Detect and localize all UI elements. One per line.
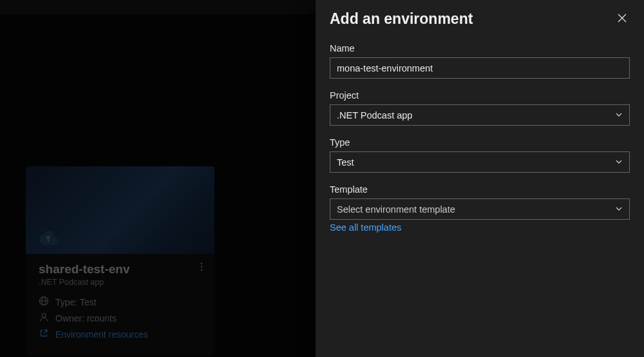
close-button[interactable] xyxy=(614,10,630,28)
type-select-value: Test xyxy=(337,157,354,168)
type-label: Type xyxy=(330,137,630,148)
template-select[interactable]: Select environment template xyxy=(330,198,630,220)
project-select[interactable]: .NET Podcast app xyxy=(330,104,630,126)
chevron-down-icon xyxy=(615,157,623,168)
see-all-templates-link[interactable]: See all templates xyxy=(330,222,401,233)
name-input[interactable] xyxy=(330,57,630,79)
dim-overlay xyxy=(0,0,316,357)
template-label: Template xyxy=(330,184,630,195)
chevron-down-icon xyxy=(615,110,623,121)
close-icon xyxy=(617,15,627,25)
template-select-placeholder: Select environment template xyxy=(337,204,455,215)
chevron-down-icon xyxy=(615,204,623,215)
add-environment-panel: Add an environment Name Project .NET Pod… xyxy=(316,0,644,357)
type-select[interactable]: Test xyxy=(330,151,630,173)
panel-title: Add an environment xyxy=(330,10,473,28)
project-label: Project xyxy=(330,90,630,101)
project-select-value: .NET Podcast app xyxy=(337,110,412,121)
name-label: Name xyxy=(330,43,630,53)
